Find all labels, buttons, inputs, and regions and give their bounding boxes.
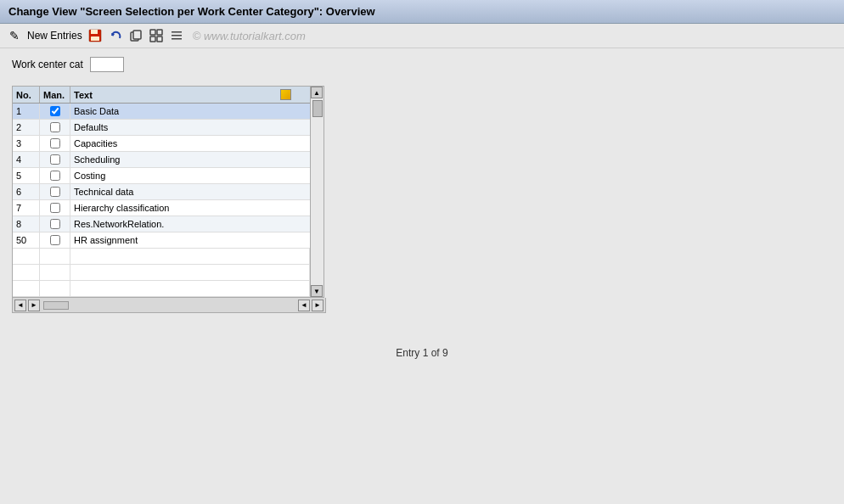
table-wrapper: No. Man. Text 1Basic Data2Defaults3Capac… <box>12 86 832 313</box>
empty-row-1 <box>13 249 310 265</box>
cell-no: 8 <box>13 216 40 232</box>
table-row: 4Scheduling <box>13 152 310 168</box>
col-no-header: No. <box>13 87 40 103</box>
copy-icon <box>128 28 143 43</box>
mandatory-checkbox[interactable] <box>50 122 60 132</box>
scroll-thumb[interactable] <box>312 100 323 117</box>
cell-no: 6 <box>13 184 40 199</box>
table-body: 1Basic Data2Defaults3Capacities4Scheduli… <box>13 104 310 249</box>
svg-rect-8 <box>150 36 155 42</box>
entry-info: Entry 1 of 9 <box>396 347 447 359</box>
copy-button[interactable] <box>128 28 143 43</box>
column-settings-icon[interactable] <box>280 89 291 100</box>
col-man-header: Man. <box>40 87 70 103</box>
mandatory-checkbox[interactable] <box>50 235 60 245</box>
horizontal-scroll-thumb[interactable] <box>43 301 69 310</box>
cell-mandatory <box>40 104 70 119</box>
more-icon <box>169 28 184 43</box>
table-row: 5Costing <box>13 168 310 184</box>
table-row: 6Technical data <box>13 184 310 200</box>
bottom-right-nav: ◄ ► <box>298 300 324 311</box>
table-row: 2Defaults <box>13 120 310 136</box>
pen-tool-button[interactable]: ✎ <box>7 28 22 43</box>
cell-mandatory <box>40 136 70 151</box>
cell-text: Scheduling <box>70 152 310 167</box>
cell-mandatory <box>40 152 70 167</box>
work-center-cat-input[interactable] <box>90 57 124 72</box>
scroll-left-button[interactable]: ◄ <box>14 300 26 311</box>
svg-rect-12 <box>172 38 182 40</box>
cell-text: Res.NetworkRelation. <box>70 216 310 232</box>
cell-no: 4 <box>13 152 40 167</box>
svg-rect-10 <box>172 31 182 33</box>
title-bar: Change View "Screen Selection per Work C… <box>0 0 844 24</box>
scroll-up-button[interactable]: ▲ <box>311 87 323 98</box>
cell-mandatory <box>40 168 70 183</box>
svg-rect-6 <box>150 30 155 35</box>
cell-no: 2 <box>13 120 40 135</box>
mandatory-checkbox[interactable] <box>50 219 60 229</box>
svg-rect-7 <box>157 30 162 35</box>
status-bar: Entry 1 of 9 <box>12 347 832 359</box>
mandatory-checkbox[interactable] <box>50 106 60 116</box>
move-button[interactable] <box>149 28 164 43</box>
cell-text: Basic Data <box>70 104 310 119</box>
table-bottom-bar: ◄ ► ◄ ► <box>12 298 326 313</box>
undo-button[interactable] <box>108 28 123 43</box>
mandatory-checkbox[interactable] <box>50 187 60 197</box>
svg-rect-2 <box>91 36 99 41</box>
toolbar: ✎ New Entries <box>0 24 844 48</box>
svg-rect-5 <box>133 31 141 39</box>
bottom-scroll-right-button[interactable]: ► <box>312 300 324 311</box>
empty-row-2 <box>13 265 310 281</box>
cell-text: Technical data <box>70 184 310 199</box>
cell-mandatory <box>40 120 70 135</box>
new-entries-label: New Entries <box>27 30 82 42</box>
pen-icon: ✎ <box>7 28 22 43</box>
move-icon <box>149 28 164 43</box>
table-row: 3Capacities <box>13 136 310 152</box>
table-row: 7Hierarchy classification <box>13 200 310 216</box>
new-entries-button[interactable]: New Entries <box>27 30 82 42</box>
col-text-header: Text <box>70 87 295 103</box>
bottom-scroll-left-button[interactable]: ◄ <box>298 300 310 311</box>
cell-mandatory <box>40 216 70 232</box>
empty-row-3 <box>13 281 310 297</box>
scroll-right-button[interactable]: ► <box>28 300 40 311</box>
cell-no: 7 <box>13 200 40 216</box>
content-area: Work center cat No. Man. Text <box>0 48 844 367</box>
main-table: No. Man. Text 1Basic Data2Defaults3Capac… <box>12 86 311 298</box>
page-title: Change View "Screen Selection per Work C… <box>8 5 375 18</box>
cell-text: Hierarchy classification <box>70 200 310 216</box>
svg-rect-9 <box>157 36 162 42</box>
cell-no: 50 <box>13 232 40 248</box>
cell-no: 5 <box>13 168 40 183</box>
cell-mandatory <box>40 200 70 216</box>
bottom-left-nav: ◄ ► <box>14 300 70 311</box>
cell-text: Defaults <box>70 120 310 135</box>
cell-mandatory <box>40 184 70 199</box>
filter-row: Work center cat <box>12 57 832 72</box>
vertical-scrollbar[interactable]: ▲ ▼ <box>311 86 324 298</box>
mandatory-checkbox[interactable] <box>50 171 60 181</box>
cell-text: Costing <box>70 168 310 183</box>
mandatory-checkbox[interactable] <box>50 203 60 213</box>
mandatory-checkbox[interactable] <box>50 154 60 165</box>
scroll-down-button[interactable]: ▼ <box>311 285 323 297</box>
cell-mandatory <box>40 232 70 248</box>
watermark: © www.tutorialkart.com <box>193 30 306 42</box>
mandatory-checkbox[interactable] <box>50 138 60 148</box>
cell-text: HR assignment <box>70 232 310 248</box>
svg-rect-1 <box>91 30 98 34</box>
cell-no: 3 <box>13 136 40 151</box>
table-row: 50HR assignment <box>13 232 310 249</box>
save-button[interactable] <box>87 28 103 43</box>
save-icon <box>87 28 103 43</box>
more-button[interactable] <box>169 28 184 43</box>
table-header: No. Man. Text <box>13 87 310 104</box>
cell-no: 1 <box>13 104 40 119</box>
table-row: 8Res.NetworkRelation. <box>13 216 310 232</box>
work-center-cat-label: Work center cat <box>12 59 83 70</box>
svg-rect-11 <box>172 35 182 36</box>
cell-text: Capacities <box>70 136 310 151</box>
